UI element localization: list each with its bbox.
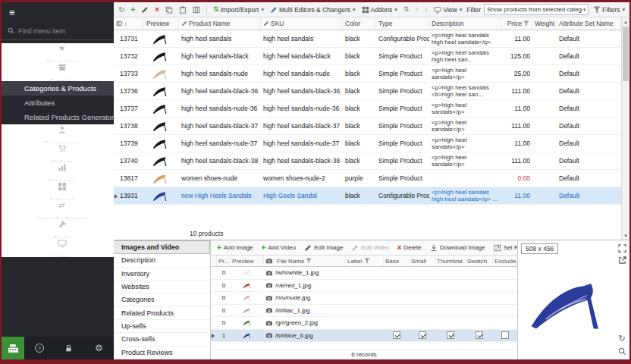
table-row[interactable]: 13736 high heel sandals-black-36 high he… xyxy=(114,83,621,100)
refresh-button[interactable]: ↻ xyxy=(117,5,126,14)
pos-button[interactable] xyxy=(2,337,24,359)
open-external-button[interactable] xyxy=(617,256,626,265)
column-header-type[interactable]: Type xyxy=(376,17,429,30)
tab-inventory[interactable]: Inventory xyxy=(114,268,210,281)
column-header-attribute-set[interactable]: Attribute Set Name xyxy=(557,17,621,30)
column-header-description[interactable]: Description xyxy=(429,17,502,30)
table-row[interactable]: 13737 high heel sandals-nude-36 high hee… xyxy=(114,100,621,118)
add-product-button[interactable]: + xyxy=(129,5,137,14)
table-row[interactable]: 13740 high heel sandals-black-38 high he… xyxy=(114,152,621,170)
columns-button[interactable] xyxy=(191,5,202,14)
exclude-checkbox[interactable] xyxy=(501,331,509,339)
small-checkbox[interactable] xyxy=(419,331,426,339)
column-header-id[interactable]: ID↕ xyxy=(114,17,144,30)
table-row[interactable]: 13731 high heel sandals high heel sandal… xyxy=(114,30,621,48)
scrollbar-thumb[interactable] xyxy=(623,27,629,81)
lock-button[interactable] xyxy=(63,342,75,354)
scroll-down-arrow[interactable]: ▼ xyxy=(622,231,629,240)
column-header-product-name[interactable]: Product Name xyxy=(179,17,261,30)
image-row[interactable]: 0 /r/e/red_1.jpg xyxy=(211,280,517,293)
table-row[interactable]: 13732 high heel sandals-black high heel … xyxy=(114,48,621,65)
sidebar-item-import-export[interactable]: ⇄ Import / Export xyxy=(2,200,114,219)
table-row[interactable]: 13739 high heel sandals-nude-37 high hee… xyxy=(114,135,621,152)
column-header-exclude[interactable]: Exclude xyxy=(493,256,517,266)
tab-related-products[interactable]: Related Products xyxy=(114,307,210,320)
table-row[interactable]: 13738 high heel sandals-black-37 high he… xyxy=(114,118,621,135)
base-checkbox[interactable] xyxy=(393,331,400,339)
image-row[interactable]: 0 /g/r/green_2.jpg xyxy=(211,317,517,330)
sidebar-item-addons[interactable]: Addons xyxy=(2,181,114,200)
sidebar-item-reports[interactable]: Reports xyxy=(2,162,114,181)
delete-image-button[interactable]: ×Delete xyxy=(396,243,423,253)
column-header-weight[interactable]: Weight xyxy=(532,17,557,30)
tab-websites[interactable]: Websites xyxy=(114,281,210,293)
copy-button[interactable] xyxy=(164,5,174,14)
menu-search-input[interactable] xyxy=(18,27,108,35)
thumbnail-checkbox[interactable] xyxy=(447,331,454,339)
refresh-preview-button[interactable]: ↻ xyxy=(617,334,626,343)
cell-label xyxy=(346,330,384,342)
sidebar-item-tools[interactable]: Tools xyxy=(2,219,114,238)
sidebar-item-catalog[interactable]: Catalog xyxy=(2,62,114,81)
table-row[interactable]: 13817 women shoes-nude women shoes-nude-… xyxy=(114,170,621,187)
set-resize-rule-button[interactable]: Set Resize Rule▾ xyxy=(492,243,517,253)
category-filter-select[interactable]: Show products from selected categories▾ xyxy=(484,4,589,15)
paste-button[interactable] xyxy=(177,5,188,14)
tab-product-reviews[interactable]: Product Reviews xyxy=(114,347,210,359)
sidebar-item-favorites[interactable]: ★ Favorites xyxy=(2,43,114,62)
column-header-base[interactable]: Base xyxy=(384,256,410,266)
sidebar-item-related-products-generator[interactable]: Related Products Generator xyxy=(2,110,114,124)
sidebar-item-categories-products[interactable]: Categories & Products xyxy=(2,81,114,96)
image-row[interactable]: 0 /w/h/white_1.jpg xyxy=(211,267,517,280)
column-header-thumbnail[interactable]: Thumbna xyxy=(435,256,466,266)
sidebar-item-orders[interactable]: Orders xyxy=(2,143,114,162)
vertical-scrollbar[interactable]: ▲ ▼ xyxy=(621,17,629,240)
column-header-label[interactable]: Label xyxy=(346,256,384,266)
column-header-sku[interactable]: SKU xyxy=(261,17,343,30)
column-header-priority[interactable]: Pr... xyxy=(217,256,231,266)
import-export-menu[interactable]: ⇅ Import/Export▾ xyxy=(212,5,265,14)
view-menu[interactable]: View▾ xyxy=(432,5,463,14)
tab-categories[interactable]: Categories xyxy=(114,293,210,306)
filters-menu[interactable]: Filters▾ xyxy=(592,5,626,14)
image-row[interactable]: 0 /n/u/nude.jpg xyxy=(211,292,517,305)
column-header-color[interactable]: Color xyxy=(343,17,376,30)
cell-color: black xyxy=(343,152,376,169)
column-header-image-preview[interactable]: Preview xyxy=(231,256,264,266)
edit-image-button[interactable]: Edit Image xyxy=(303,243,344,253)
tab-images-and-video[interactable]: Images and Video xyxy=(114,240,210,254)
column-header-preview[interactable]: Preview xyxy=(144,17,179,30)
swatch-checkbox[interactable] xyxy=(476,331,483,339)
fullscreen-button[interactable] xyxy=(617,243,626,253)
add-video-button[interactable]: +Add Video xyxy=(260,243,298,253)
image-row[interactable]: 0 /l/i/lilac_1.jpg xyxy=(211,305,517,318)
move-up-button[interactable]: ↑ xyxy=(413,5,420,14)
add-image-button[interactable]: +Add Image xyxy=(215,243,255,253)
tab-up-sells[interactable]: Up-sells xyxy=(114,320,210,333)
zoom-button[interactable] xyxy=(617,347,626,356)
download-image-button[interactable]: Download Image xyxy=(429,243,487,253)
tab-description[interactable]: Description xyxy=(114,254,210,267)
column-header-small[interactable]: Small xyxy=(410,256,435,266)
sort-asc-button[interactable]: ⇅ xyxy=(402,5,411,14)
column-header-price[interactable]: Price xyxy=(502,17,532,30)
help-button[interactable]: ? xyxy=(33,342,46,354)
column-header-swatch[interactable]: Swatch xyxy=(466,256,493,266)
move-down-button[interactable]: ↓ xyxy=(423,5,430,14)
sidebar-item-customers[interactable]: Customers xyxy=(2,124,114,143)
table-row[interactable]: 13733 high heel sandals-nude high heel s… xyxy=(114,65,621,83)
addons-menu[interactable]: Addons▾ xyxy=(360,5,399,14)
delete-product-button[interactable]: × xyxy=(153,5,161,14)
table-row[interactable]: 13931 new High Heels Sandals High Geels … xyxy=(114,187,621,205)
multi-editors-menu[interactable]: Multi Editors & Changers▾ xyxy=(268,5,357,14)
column-header-file-name[interactable]: File Name xyxy=(264,256,346,266)
scroll-up-arrow[interactable]: ▲ xyxy=(622,17,629,26)
sidebar-item-attributes[interactable]: Attributes xyxy=(2,96,114,110)
edit-product-button[interactable] xyxy=(140,5,150,14)
menu-toggle-button[interactable]: ≡ xyxy=(2,2,114,22)
image-row[interactable]: 1 /b/l/blue_6.jpg xyxy=(211,330,517,343)
sidebar-item-view[interactable]: View xyxy=(2,238,114,257)
edit-video-button[interactable]: Edit Video xyxy=(350,243,390,253)
tab-cross-sells[interactable]: Cross-sells xyxy=(114,333,210,346)
settings-button[interactable]: ⚙ xyxy=(93,342,105,354)
